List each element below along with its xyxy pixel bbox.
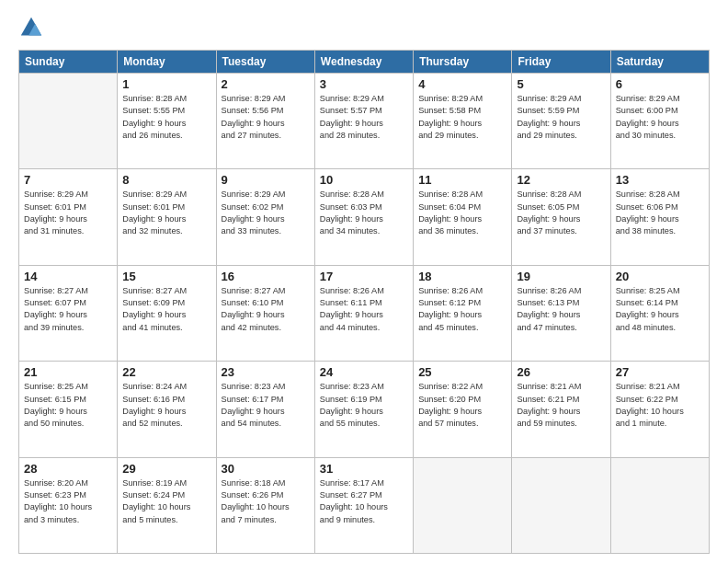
day-number: 26 [517,365,605,379]
calendar-cell: 14Sunrise: 8:27 AM Sunset: 6:07 PM Dayli… [19,265,118,361]
calendar-cell: 4Sunrise: 8:29 AM Sunset: 5:58 PM Daylig… [414,74,512,169]
day-info: Sunrise: 8:25 AM Sunset: 6:14 PM Dayligh… [616,285,704,334]
day-info: Sunrise: 8:29 AM Sunset: 5:59 PM Dayligh… [517,93,605,142]
calendar-cell: 30Sunrise: 8:18 AM Sunset: 6:26 PM Dayli… [216,457,314,553]
day-number: 10 [320,173,408,187]
day-info: Sunrise: 8:28 AM Sunset: 6:03 PM Dayligh… [320,189,408,237]
calendar-cell [512,457,610,553]
page: SundayMondayTuesdayWednesdayThursdayFrid… [0,0,728,563]
day-info: Sunrise: 8:29 AM Sunset: 5:57 PM Dayligh… [320,93,408,142]
calendar-table: SundayMondayTuesdayWednesdayThursdayFrid… [18,50,710,554]
day-number: 22 [122,365,210,379]
day-number: 17 [320,270,408,283]
calendar-cell [610,457,709,553]
day-info: Sunrise: 8:28 AM Sunset: 5:55 PM Dayligh… [122,93,210,142]
calendar-cell: 12Sunrise: 8:28 AM Sunset: 6:05 PM Dayli… [512,169,610,265]
day-info: Sunrise: 8:26 AM Sunset: 6:13 PM Dayligh… [517,285,605,334]
day-number: 30 [222,462,310,476]
day-number: 8 [122,173,210,187]
weekday-header-monday: Monday [118,51,216,74]
day-number: 28 [24,462,112,476]
logo-icon [18,15,44,40]
day-number: 29 [122,462,210,476]
day-number: 4 [418,77,506,91]
calendar-cell: 28Sunrise: 8:20 AM Sunset: 6:23 PM Dayli… [19,457,118,553]
calendar-cell: 10Sunrise: 8:28 AM Sunset: 6:03 PM Dayli… [314,169,413,265]
weekday-header-thursday: Thursday [414,51,512,74]
calendar-cell: 13Sunrise: 8:28 AM Sunset: 6:06 PM Dayli… [610,169,709,265]
day-number: 5 [517,77,605,91]
day-number: 18 [418,270,506,283]
calendar-cell [414,457,512,553]
day-number: 15 [122,270,210,283]
day-number: 7 [24,173,112,187]
calendar-cell: 24Sunrise: 8:23 AM Sunset: 6:19 PM Dayli… [314,362,413,457]
calendar-cell: 19Sunrise: 8:26 AM Sunset: 6:13 PM Dayli… [512,265,610,361]
day-info: Sunrise: 8:27 AM Sunset: 6:07 PM Dayligh… [24,285,112,334]
calendar-cell: 31Sunrise: 8:17 AM Sunset: 6:27 PM Dayli… [314,457,413,553]
day-info: Sunrise: 8:22 AM Sunset: 6:20 PM Dayligh… [418,381,506,430]
day-info: Sunrise: 8:29 AM Sunset: 6:01 PM Dayligh… [24,189,112,237]
day-info: Sunrise: 8:21 AM Sunset: 6:21 PM Dayligh… [517,381,605,430]
logo [18,15,48,40]
day-number: 6 [616,77,704,91]
day-info: Sunrise: 8:28 AM Sunset: 6:04 PM Dayligh… [418,189,506,237]
calendar-cell: 26Sunrise: 8:21 AM Sunset: 6:21 PM Dayli… [512,362,610,457]
day-number: 16 [222,270,310,283]
calendar-cell [19,74,118,169]
calendar-cell: 25Sunrise: 8:22 AM Sunset: 6:20 PM Dayli… [414,362,512,457]
weekday-header-friday: Friday [512,51,610,74]
calendar-week-1: 7Sunrise: 8:29 AM Sunset: 6:01 PM Daylig… [19,169,710,265]
weekday-header-wednesday: Wednesday [314,51,413,74]
calendar-cell: 21Sunrise: 8:25 AM Sunset: 6:15 PM Dayli… [19,362,118,457]
calendar-cell: 17Sunrise: 8:26 AM Sunset: 6:11 PM Dayli… [314,265,413,361]
day-number: 27 [616,365,704,379]
day-info: Sunrise: 8:17 AM Sunset: 6:27 PM Dayligh… [320,477,408,526]
weekday-header-row: SundayMondayTuesdayWednesdayThursdayFrid… [19,51,710,74]
calendar-cell: 6Sunrise: 8:29 AM Sunset: 6:00 PM Daylig… [610,74,709,169]
calendar-cell: 16Sunrise: 8:27 AM Sunset: 6:10 PM Dayli… [216,265,314,361]
weekday-header-tuesday: Tuesday [216,51,314,74]
day-number: 14 [24,270,112,283]
calendar-week-4: 28Sunrise: 8:20 AM Sunset: 6:23 PM Dayli… [19,457,710,553]
header [18,15,710,40]
day-info: Sunrise: 8:18 AM Sunset: 6:26 PM Dayligh… [222,477,310,526]
day-info: Sunrise: 8:21 AM Sunset: 6:22 PM Dayligh… [616,381,704,430]
day-info: Sunrise: 8:24 AM Sunset: 6:16 PM Dayligh… [122,381,210,430]
day-info: Sunrise: 8:29 AM Sunset: 6:01 PM Dayligh… [122,189,210,237]
day-number: 21 [24,365,112,379]
calendar-week-3: 21Sunrise: 8:25 AM Sunset: 6:15 PM Dayli… [19,362,710,457]
calendar-cell: 7Sunrise: 8:29 AM Sunset: 6:01 PM Daylig… [19,169,118,265]
day-info: Sunrise: 8:20 AM Sunset: 6:23 PM Dayligh… [24,477,112,526]
calendar-week-0: 1Sunrise: 8:28 AM Sunset: 5:55 PM Daylig… [19,74,710,169]
calendar-cell: 20Sunrise: 8:25 AM Sunset: 6:14 PM Dayli… [610,265,709,361]
day-info: Sunrise: 8:27 AM Sunset: 6:10 PM Dayligh… [222,285,310,334]
day-number: 23 [222,365,310,379]
day-number: 11 [418,173,506,187]
day-info: Sunrise: 8:19 AM Sunset: 6:24 PM Dayligh… [122,477,210,526]
weekday-header-saturday: Saturday [610,51,709,74]
day-number: 13 [616,173,704,187]
day-info: Sunrise: 8:23 AM Sunset: 6:17 PM Dayligh… [222,381,310,430]
day-info: Sunrise: 8:25 AM Sunset: 6:15 PM Dayligh… [24,381,112,430]
day-info: Sunrise: 8:29 AM Sunset: 6:00 PM Dayligh… [616,93,704,142]
calendar-cell: 3Sunrise: 8:29 AM Sunset: 5:57 PM Daylig… [314,74,413,169]
day-number: 20 [616,270,704,283]
day-info: Sunrise: 8:26 AM Sunset: 6:11 PM Dayligh… [320,285,408,334]
day-number: 1 [122,77,210,91]
day-number: 3 [320,77,408,91]
calendar-cell: 1Sunrise: 8:28 AM Sunset: 5:55 PM Daylig… [118,74,216,169]
calendar-cell: 22Sunrise: 8:24 AM Sunset: 6:16 PM Dayli… [118,362,216,457]
calendar-cell: 8Sunrise: 8:29 AM Sunset: 6:01 PM Daylig… [118,169,216,265]
day-number: 19 [517,270,605,283]
day-number: 2 [222,77,310,91]
day-info: Sunrise: 8:23 AM Sunset: 6:19 PM Dayligh… [320,381,408,430]
calendar-week-2: 14Sunrise: 8:27 AM Sunset: 6:07 PM Dayli… [19,265,710,361]
calendar-cell: 29Sunrise: 8:19 AM Sunset: 6:24 PM Dayli… [118,457,216,553]
day-number: 24 [320,365,408,379]
day-number: 12 [517,173,605,187]
calendar-cell: 9Sunrise: 8:29 AM Sunset: 6:02 PM Daylig… [216,169,314,265]
calendar-cell: 15Sunrise: 8:27 AM Sunset: 6:09 PM Dayli… [118,265,216,361]
day-number: 31 [320,462,408,476]
calendar-cell: 5Sunrise: 8:29 AM Sunset: 5:59 PM Daylig… [512,74,610,169]
